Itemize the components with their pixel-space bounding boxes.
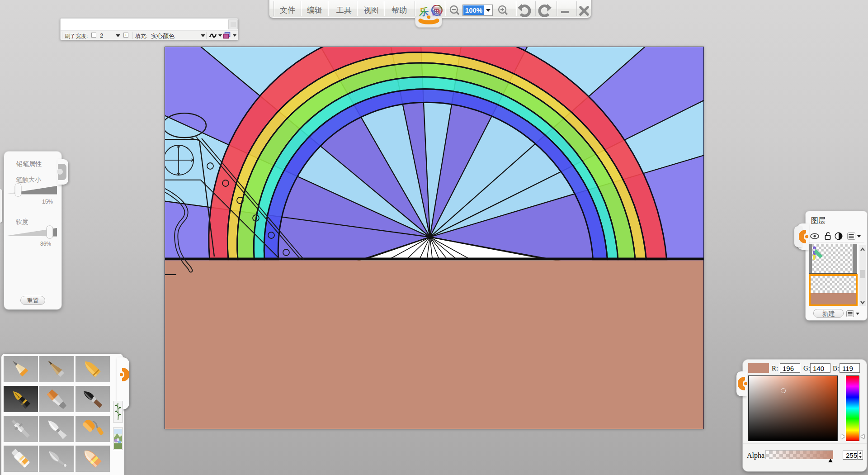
- svg-text:乐: 乐: [419, 6, 429, 17]
